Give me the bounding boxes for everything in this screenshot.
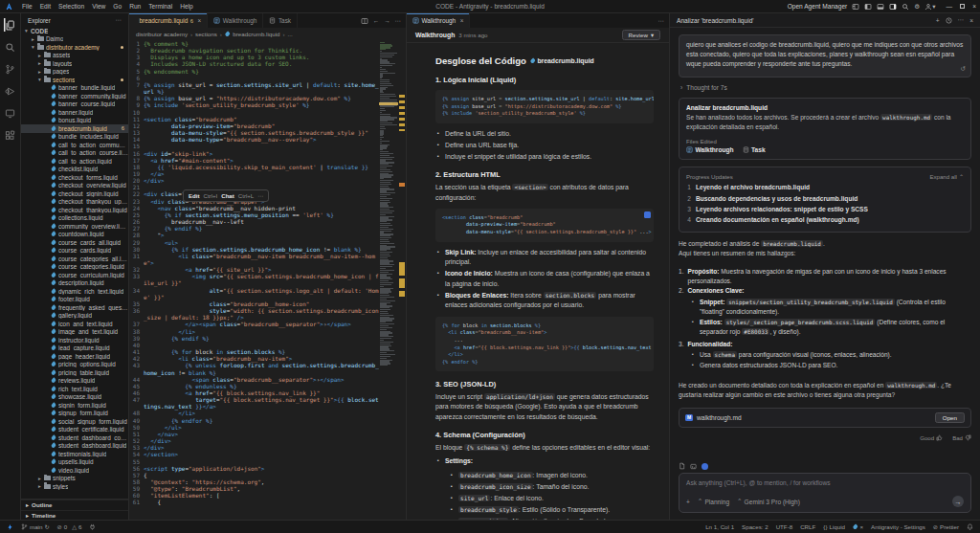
tree-item[interactable]: instructor.liquid: [21, 336, 128, 344]
tree-item[interactable]: course_categories_all.liquid: [21, 255, 128, 263]
tooltip-chat-action[interactable]: Chat: [221, 192, 234, 199]
tree-item[interactable]: bundle_includes.liquid: [21, 133, 128, 142]
code-line[interactable]: 61 {: [129, 499, 379, 505]
code-line[interactable]: 39 {% endif %}: [129, 335, 379, 342]
tree-item[interactable]: page_header.liquid: [21, 352, 128, 361]
code-line[interactable]: 59 "@type": "BreadcrumbList",: [129, 485, 379, 492]
file-edited-chip[interactable]: Task: [743, 146, 766, 153]
tree-item[interactable]: ▸ pages: [21, 68, 128, 77]
tree-item[interactable]: course_cards_all.liquid: [21, 238, 128, 247]
tree-item[interactable]: call_to_action_community.liquid: [21, 141, 128, 149]
language-mode[interactable]: {}Liquid: [823, 523, 845, 530]
run-debug-icon[interactable]: [4, 84, 17, 98]
menu-help[interactable]: Help: [176, 3, 197, 10]
code-line[interactable]: 49 {% endfor %}: [129, 417, 379, 424]
code-line[interactable]: 51 </nav>: [129, 431, 379, 437]
tree-item[interactable]: video.liquid: [21, 466, 128, 475]
code-line[interactable]: 8 {% assign base_url = "https://distribu…: [129, 95, 379, 101]
code-line[interactable]: 5 {% endcomment %}: [129, 68, 379, 75]
tree-item[interactable]: image_and_text.liquid: [21, 328, 128, 337]
tree-item[interactable]: ▸ layouts: [21, 59, 128, 68]
chat-close-icon[interactable]: ×: [969, 17, 973, 24]
code-line[interactable]: 36 style="width: {{ section.settings.bre…: [129, 307, 379, 321]
feedback-bad-button[interactable]: Bad: [952, 434, 971, 441]
tree-item[interactable]: footer.liquid: [21, 296, 128, 304]
code-line[interactable]: 43 {% unless forloop.first and section.s…: [129, 362, 379, 375]
code-line[interactable]: 42 <li class="breadcrumb__nav-item">: [129, 355, 379, 362]
add-context-button[interactable]: +: [686, 499, 690, 505]
code-line[interactable]: 11 <section class="breadcrumb": [129, 116, 379, 122]
model-selector[interactable]: ⌃Gemini 3 Pro (High): [737, 498, 800, 505]
menu-view[interactable]: View: [88, 3, 109, 10]
tab-close-icon[interactable]: ×: [198, 17, 202, 24]
code-line[interactable]: 48 </li>: [129, 410, 379, 416]
tab-walkthrough[interactable]: Walkthrough ×: [407, 13, 470, 28]
code-line[interactable]: 58 "@context": "https://schema.org",: [129, 478, 379, 485]
extensions-icon[interactable]: [4, 128, 17, 142]
tree-item[interactable]: bonus.liquid: [21, 117, 128, 125]
tree-item[interactable]: student_dashboard_communities.liquid: [21, 433, 128, 442]
attach-file-icon[interactable]: [679, 462, 685, 470]
code-line[interactable]: 29 <ul>: [129, 239, 379, 246]
files-icon[interactable]: [4, 18, 17, 32]
menu-file[interactable]: File: [18, 3, 36, 10]
code-line[interactable]: 34 alt="{{ section.settings.logo_alt | d…: [129, 287, 379, 300]
tree-item[interactable]: community_overview.liquid: [21, 222, 128, 231]
encoding[interactable]: UTF-8: [776, 523, 793, 530]
tree-item[interactable]: ▸ styles: [21, 482, 128, 491]
explorer-more-actions-icon[interactable]: ⋯: [116, 16, 122, 24]
code-line[interactable]: 33 <img src="{{ section.settings.breadcr…: [129, 273, 379, 286]
cursor-position[interactable]: Ln 1, Col 1: [705, 523, 734, 530]
code-line[interactable]: 10: [129, 109, 379, 116]
breadcrumb-item[interactable]: breadcrumb.liquid: [233, 31, 279, 37]
send-button[interactable]: →: [952, 496, 964, 507]
search-icon[interactable]: [4, 40, 17, 54]
editor-more-actions-icon[interactable]: ⋯: [395, 17, 401, 25]
code-line[interactable]: 18 {{ 'liquid.accessibility.skip_to_main…: [129, 164, 379, 170]
tree-item[interactable]: checkout_overview.liquid: [21, 182, 128, 190]
open-agent-manager-button[interactable]: Open Agent Manager: [788, 3, 848, 10]
tree-item[interactable]: breadcrumb.liquid6: [21, 124, 128, 133]
tooltip-edit-action[interactable]: Edit: [189, 192, 200, 199]
tree-item[interactable]: description.liquid: [21, 279, 128, 288]
tree-item[interactable]: lead_capture.liquid: [21, 344, 128, 353]
tree-item[interactable]: ▾ distributor academy: [21, 43, 128, 52]
nav-back-icon[interactable]: ←: [373, 17, 379, 24]
toggle-panel-right-icon[interactable]: [889, 3, 897, 11]
code-line[interactable]: 47 target="{{ block.settings.nav_target …: [129, 396, 379, 410]
mode-selector[interactable]: ⌃Planning: [698, 498, 729, 505]
account-avatar-icon[interactable]: ▾: [924, 3, 935, 11]
new-chat-icon[interactable]: +: [936, 17, 940, 24]
window-close-button[interactable]: ×: [972, 3, 976, 10]
tree-item[interactable]: call_to_action.liquid: [21, 157, 128, 166]
toggle-panel-bottom-icon[interactable]: [877, 3, 884, 11]
tree-item[interactable]: rich_text.liquid: [21, 385, 128, 393]
menu-selection[interactable]: Selection: [55, 3, 88, 10]
code-line[interactable]: 57 {: [129, 472, 379, 478]
code-line[interactable]: 32 <a href="{{ site_url }}">: [129, 266, 379, 273]
tree-item[interactable]: ▸ Daimo: [21, 35, 128, 44]
remote-explorer-icon[interactable]: [4, 106, 17, 120]
code-line[interactable]: 45 {% endunless %}: [129, 383, 379, 389]
window-minimize-button[interactable]: —: [947, 3, 953, 10]
antigravity-settings[interactable]: Antigravity - Settings: [871, 523, 925, 530]
code-line[interactable]: 53 </div>: [129, 444, 379, 451]
remote-indicator-icon[interactable]: [7, 523, 13, 531]
tree-item[interactable]: banner_bundle.liquid: [21, 84, 128, 93]
liquid-extension-status[interactable]: ×: [853, 523, 863, 530]
tree-item[interactable]: testimonials.liquid: [21, 450, 128, 458]
menu-terminal[interactable]: Terminal: [145, 3, 176, 10]
history-icon[interactable]: [946, 17, 952, 24]
tree-item[interactable]: student_dashboard.liquid: [21, 442, 128, 451]
code-line[interactable]: 25 {% if section.settings.menu_position …: [129, 211, 379, 218]
code-line[interactable]: 6: [129, 75, 379, 81]
tree-item[interactable]: icon_and_text.liquid: [21, 320, 128, 328]
customize-layout-icon[interactable]: [852, 3, 859, 11]
tree-item[interactable]: signin_form.liquid: [21, 401, 128, 410]
editor-more-actions-icon[interactable]: ⋯: [658, 17, 664, 25]
tree-item[interactable]: ▸ snippets: [21, 475, 128, 483]
progress-step[interactable]: 2Buscando dependencias y usos de breadcr…: [686, 192, 964, 203]
eol-sequence[interactable]: CRLF: [800, 523, 815, 530]
code-line[interactable]: 38 </li>: [129, 328, 379, 335]
code-line[interactable]: 60 "itemListElement": [: [129, 492, 379, 499]
